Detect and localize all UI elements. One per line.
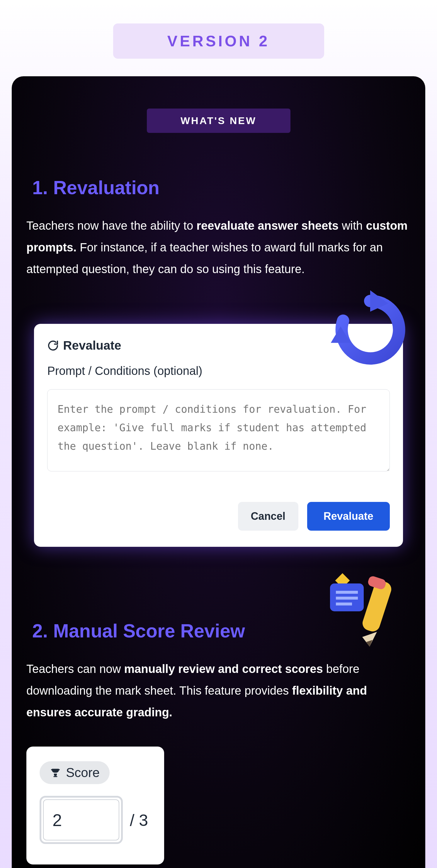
refresh-icon	[329, 289, 411, 371]
score-input-wrap	[40, 796, 123, 844]
refresh-small-icon	[47, 340, 59, 351]
section-2-body: Teachers can now manually review and cor…	[26, 658, 411, 723]
text-span: Teachers can now	[26, 662, 124, 675]
revaluate-panel: Revaluate Prompt / Conditions (optional)…	[34, 324, 403, 547]
text-span: with	[338, 219, 366, 232]
revaluate-prompt-input[interactable]	[47, 389, 390, 471]
whats-new-badge: WHAT'S NEW	[147, 108, 291, 133]
score-panel: Score / 3	[26, 747, 164, 865]
text-strong: reevaluate answer sheets	[196, 219, 338, 232]
svg-rect-12	[53, 776, 57, 777]
section-1-body: Teachers now have the ability to reevalu…	[26, 215, 411, 280]
section-1-heading: 1.Revaluation	[26, 177, 411, 198]
score-pill: Score	[40, 761, 110, 784]
revaluate-button[interactable]: Revaluate	[307, 502, 390, 531]
score-denominator: / 3	[130, 810, 148, 830]
cancel-button[interactable]: Cancel	[238, 502, 298, 531]
text-span: Teachers now have the ability to	[26, 219, 196, 232]
section-2-title: Manual Score Review	[53, 620, 245, 642]
trophy-icon	[49, 767, 61, 778]
release-notes-card: WHAT'S NEW 1.Revaluation Teachers now ha…	[12, 76, 425, 868]
section-2-number: 2.	[32, 620, 48, 642]
revaluate-title-text: Revaluate	[63, 339, 121, 352]
revaluate-actions: Cancel Revaluate	[47, 502, 390, 531]
score-label: Score	[66, 765, 100, 780]
pencil-note-icon	[317, 567, 405, 655]
section-1-title: Revaluation	[53, 177, 160, 198]
score-row: / 3	[40, 796, 151, 844]
version-badge: VERSION 2	[113, 24, 324, 59]
section-1-number: 1.	[32, 177, 48, 198]
section-2: 2.Manual Score Review Teachers can now m…	[26, 620, 411, 865]
score-input[interactable]	[43, 799, 119, 840]
text-span: For instance, if a teacher wishes to awa…	[26, 241, 383, 275]
text-strong: manually review and correct scores	[124, 662, 323, 675]
